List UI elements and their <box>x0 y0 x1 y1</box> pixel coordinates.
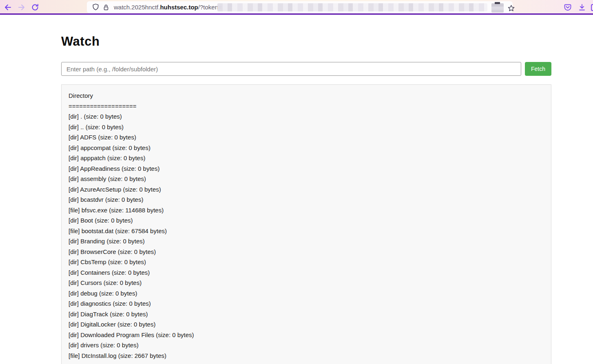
directory-entry: [dir] diagnostics (size: 0 bytes) <box>69 298 544 309</box>
directory-entry-list: [dir] . (size: 0 bytes)[dir] .. (size: 0… <box>69 111 544 361</box>
browser-toolbar: watch.2025hnctf.huhstsec.top/?token= <box>0 0 593 15</box>
directory-entry: [dir] AppReadiness (size: 0 bytes) <box>69 163 544 174</box>
directory-entry: [dir] appcompat (size: 0 bytes) <box>69 143 544 153</box>
bookmark-star-button[interactable] <box>505 2 517 14</box>
reload-icon <box>31 3 39 11</box>
back-button[interactable] <box>2 2 13 13</box>
directory-entry: [dir] Boot (size: 0 bytes) <box>69 215 544 226</box>
star-icon <box>507 4 515 12</box>
fetch-button[interactable]: Fetch <box>525 62 551 76</box>
page-content: Watch Fetch Directory ==================… <box>0 15 593 364</box>
directory-entry: [dir] assembly (size: 0 bytes) <box>69 174 544 184</box>
directory-entry: [dir] bcastdvr (size: 0 bytes) <box>69 194 544 205</box>
forward-arrow-icon <box>18 3 26 11</box>
directory-entry: [dir] BrowserCore (size: 0 bytes) <box>69 247 544 257</box>
pocket-icon <box>564 3 572 11</box>
clipped-toolbar-icon[interactable] <box>591 4 593 11</box>
url-bar[interactable]: watch.2025hnctf.huhstsec.top/?token= <box>87 1 513 13</box>
reload-button[interactable] <box>29 2 41 13</box>
directory-entry: [dir] Branding (size: 0 bytes) <box>69 236 544 247</box>
directory-entry: [file] bfsvc.exe (size: 114688 bytes) <box>69 205 544 216</box>
output-separator: =================== <box>69 101 544 112</box>
directory-entry: [dir] ADFS (size: 0 bytes) <box>69 132 544 143</box>
directory-entry: [dir] AzureArcSetup (size: 0 bytes) <box>69 184 544 195</box>
directory-entry: [dir] Cursors (size: 0 bytes) <box>69 278 544 288</box>
output-heading: Directory <box>69 90 544 101</box>
lock-icon[interactable] <box>101 2 111 13</box>
directory-entry: [dir] debug (size: 0 bytes) <box>69 288 544 299</box>
directory-entry: [dir] drivers (size: 0 bytes) <box>69 340 544 351</box>
directory-entry: [dir] apppatch (size: 0 bytes) <box>69 153 544 163</box>
directory-entry: [dir] .. (size: 0 bytes) <box>69 122 544 132</box>
pocket-button[interactable] <box>562 2 573 13</box>
page-action-icon-blurred[interactable] <box>491 3 504 13</box>
url-prefix: watch.2025hnctf. <box>114 4 160 11</box>
directory-output-panel: Directory =================== [dir] . (s… <box>61 84 551 364</box>
url-text: watch.2025hnctf.huhstsec.top/?token= <box>114 4 222 11</box>
forward-button[interactable] <box>16 2 27 13</box>
directory-entry: [dir] DiagTrack (size: 0 bytes) <box>69 309 544 320</box>
path-query-row: Fetch <box>61 62 593 76</box>
directory-entry: [dir] CbsTemp (size: 0 bytes) <box>69 257 544 267</box>
downloads-button[interactable] <box>576 2 588 13</box>
shield-icon[interactable] <box>90 2 101 13</box>
directory-entry: [dir] Downloaded Program Files (size: 0 … <box>69 330 544 340</box>
download-icon <box>578 3 586 11</box>
path-input[interactable] <box>61 62 521 76</box>
redacted-token-blur <box>217 3 487 11</box>
page-title: Watch <box>61 35 593 48</box>
directory-entry: [file] DtcInstall.log (size: 2667 bytes) <box>69 351 544 361</box>
url-domain: huhstsec.top <box>160 4 198 11</box>
directory-entry: [file] bootstat.dat (size: 67584 bytes) <box>69 226 544 236</box>
directory-entry: [dir] . (size: 0 bytes) <box>69 111 544 122</box>
back-arrow-icon <box>4 3 12 11</box>
directory-entry: [dir] Containers (size: 0 bytes) <box>69 267 544 278</box>
directory-entry: [dir] DigitalLocker (size: 0 bytes) <box>69 319 544 330</box>
